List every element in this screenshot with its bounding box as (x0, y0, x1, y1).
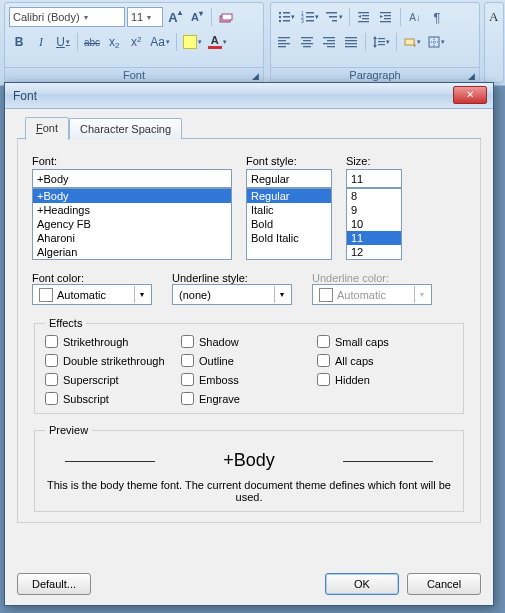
list-item[interactable]: 11 (347, 231, 401, 245)
svg-marker-24 (380, 15, 383, 18)
linespacing-icon (372, 35, 386, 49)
shrink-font-button[interactable]: A▾ (187, 7, 207, 27)
show-marks-button[interactable]: ¶ (427, 7, 447, 27)
chevron-down-icon: ▾ (134, 286, 149, 303)
highlight-button[interactable]: ▾ (181, 32, 204, 52)
underline-style-dropdown[interactable]: (none) ▾ (172, 284, 292, 305)
dialog-title: Font (13, 89, 37, 103)
checkbox[interactable] (45, 335, 58, 348)
list-item[interactable]: Italic (247, 203, 331, 217)
checkbox[interactable] (181, 392, 194, 405)
effect-engrave[interactable]: Engrave (181, 392, 317, 405)
svg-rect-28 (278, 40, 286, 41)
tab-font[interactable]: Font (25, 117, 69, 140)
font-name-combo[interactable]: Calibri (Body) ▾ (9, 7, 125, 27)
list-item[interactable]: Bold (247, 217, 331, 231)
align-left-icon (278, 36, 292, 48)
dialog-titlebar[interactable]: Font ✕ (5, 83, 493, 109)
checkbox[interactable] (181, 373, 194, 386)
size-listbox[interactable]: 89101112 (346, 188, 402, 260)
align-right-button[interactable] (319, 32, 339, 52)
font-color-button[interactable]: A▾ (206, 32, 229, 52)
svg-marker-45 (373, 45, 377, 48)
effect-subscript[interactable]: Subscript (45, 392, 181, 405)
borders-button[interactable]: ▾ (425, 32, 447, 52)
effect-small-caps[interactable]: Small caps (317, 335, 453, 348)
font-size-combo[interactable]: 11 ▾ (127, 7, 163, 27)
list-item[interactable]: 8 (347, 189, 401, 203)
close-button[interactable]: ✕ (453, 86, 487, 104)
subscript-button[interactable]: x2 (104, 32, 124, 52)
checkbox[interactable] (181, 354, 194, 367)
checkbox[interactable] (45, 392, 58, 405)
svg-text:3: 3 (301, 18, 304, 24)
svg-rect-44 (374, 39, 375, 45)
font-input[interactable] (32, 169, 232, 188)
separator (365, 33, 366, 51)
bullets-button[interactable]: ▾ (275, 7, 297, 27)
size-input[interactable] (346, 169, 402, 188)
effect-emboss[interactable]: Emboss (181, 373, 317, 386)
list-item[interactable]: +Headings (33, 203, 231, 217)
list-item[interactable]: 10 (347, 217, 401, 231)
decrease-indent-button[interactable] (354, 7, 374, 27)
underline-button[interactable]: U▾ (53, 32, 73, 52)
list-item[interactable]: Regular (247, 189, 331, 203)
justify-button[interactable] (341, 32, 361, 52)
svg-rect-9 (306, 12, 314, 14)
svg-rect-33 (301, 43, 313, 44)
list-item[interactable]: Bold Italic (247, 231, 331, 245)
list-item[interactable]: Algerian (33, 245, 231, 259)
grow-font-button[interactable]: A▴ (165, 7, 185, 27)
font-style-input[interactable] (246, 169, 332, 188)
align-left-button[interactable] (275, 32, 295, 52)
increase-indent-button[interactable] (376, 7, 396, 27)
paint-bucket-icon (403, 35, 417, 49)
svg-rect-17 (358, 12, 369, 13)
font-listbox[interactable]: +Body+HeadingsAgency FBAharoniAlgerian (32, 188, 232, 260)
checkbox[interactable] (181, 335, 194, 348)
group-label-paragraph: Paragraph (271, 67, 479, 82)
clear-formatting-button[interactable] (216, 7, 236, 27)
tab-character-spacing[interactable]: Character Spacing (69, 118, 182, 139)
superscript-button[interactable]: x2 (126, 32, 146, 52)
checkbox[interactable] (317, 335, 330, 348)
ribbon-group-styles-partial: A (484, 2, 504, 83)
list-item[interactable]: Agency FB (33, 217, 231, 231)
svg-rect-47 (378, 41, 385, 42)
strikethrough-button[interactable]: abc (82, 32, 102, 52)
shading-button[interactable]: ▾ (401, 32, 423, 52)
font-color-dropdown[interactable]: Automatic ▾ (32, 284, 152, 305)
italic-button[interactable]: I (31, 32, 51, 52)
font-dialog-launcher[interactable]: ◢ (249, 69, 261, 81)
checkbox[interactable] (45, 354, 58, 367)
align-center-button[interactable] (297, 32, 317, 52)
checkbox[interactable] (317, 354, 330, 367)
svg-rect-41 (345, 43, 357, 44)
list-item[interactable]: +Body (33, 189, 231, 203)
bold-button[interactable]: B (9, 32, 29, 52)
ok-button[interactable]: OK (325, 573, 399, 595)
effect-outline[interactable]: Outline (181, 354, 317, 367)
effect-all-caps[interactable]: All caps (317, 354, 453, 367)
ribbon-group-paragraph: ▾ 123▾ ▾ A↓ ¶ ▾ ▾ ▾ Paragraph ◢ (270, 2, 480, 83)
paragraph-dialog-launcher[interactable]: ◢ (465, 69, 477, 81)
effect-superscript[interactable]: Superscript (45, 373, 181, 386)
list-item[interactable]: Aharoni (33, 231, 231, 245)
sort-button[interactable]: A↓ (405, 7, 425, 27)
list-item[interactable]: 9 (347, 203, 401, 217)
font-style-listbox[interactable]: RegularItalicBoldBold Italic (246, 188, 332, 260)
cancel-button[interactable]: Cancel (407, 573, 481, 595)
effect-hidden[interactable]: Hidden (317, 373, 453, 386)
effect-shadow[interactable]: Shadow (181, 335, 317, 348)
effect-double-strikethrough[interactable]: Double strikethrough (45, 354, 181, 367)
numbering-button[interactable]: 123▾ (299, 7, 321, 27)
list-item[interactable]: 12 (347, 245, 401, 259)
checkbox[interactable] (317, 373, 330, 386)
effect-strikethrough[interactable]: Strikethrough (45, 335, 181, 348)
change-case-button[interactable]: Aa▾ (148, 32, 172, 52)
default-button[interactable]: Default... (17, 573, 91, 595)
multilevel-list-button[interactable]: ▾ (323, 7, 345, 27)
line-spacing-button[interactable]: ▾ (370, 32, 392, 52)
checkbox[interactable] (45, 373, 58, 386)
